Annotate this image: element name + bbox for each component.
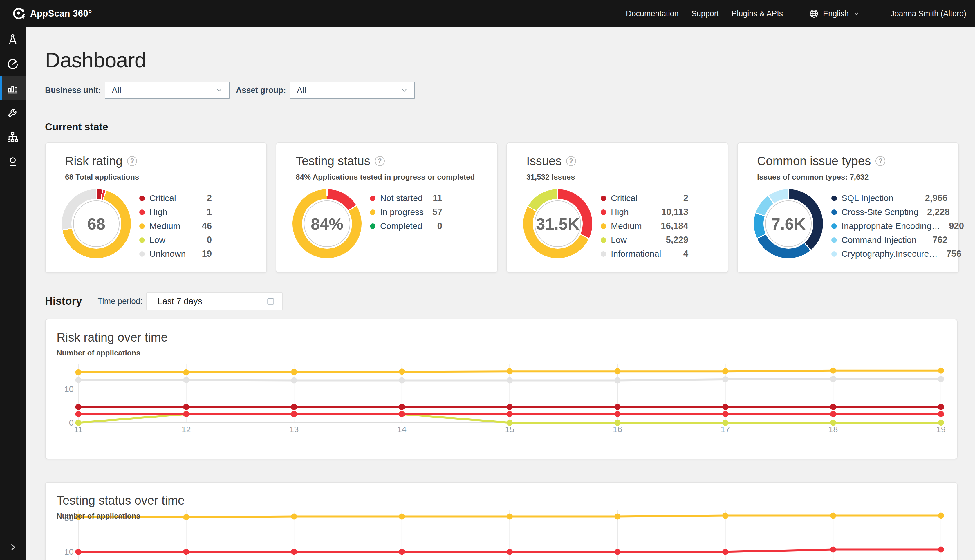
business-unit-value: All: [112, 85, 215, 95]
history-heading: History: [45, 295, 82, 307]
legend-color-dot: [139, 195, 145, 201]
legend-item: Medium16,184: [601, 219, 688, 233]
brand-name: AppScan 360°: [30, 8, 92, 19]
legend-value: 5,229: [666, 235, 688, 245]
legend-item: Critical2: [601, 191, 688, 205]
nav-documentation[interactable]: Documentation: [626, 9, 679, 18]
sidebar-item-users[interactable]: [0, 149, 25, 173]
common-issue-types-card: Common issue types? Issues of common typ…: [737, 142, 959, 273]
donut-chart: 84%: [292, 189, 362, 258]
sidebar-item-dashboard[interactable]: [0, 76, 25, 100]
donut-center-value: 31.5K: [536, 215, 579, 233]
risk-rating-over-time-card: 111213141516171819100 Risk rating over t…: [45, 319, 958, 459]
language-menu[interactable]: English: [809, 9, 860, 18]
legend-value: 2: [207, 193, 212, 203]
business-unit-label: Business unit:: [45, 86, 101, 95]
donut-legend: SQL Injection2,966Cross-Site Scripting2,…: [832, 191, 947, 261]
svg-text:18: 18: [828, 425, 838, 434]
legend-value: 2: [683, 193, 688, 203]
appscan-logo-icon: [12, 7, 25, 21]
donut-legend: Not started11In progress57Completed0: [370, 191, 442, 233]
nav-support[interactable]: Support: [692, 9, 719, 18]
help-icon[interactable]: ?: [375, 156, 385, 166]
sidebar-item-tools[interactable]: [0, 100, 25, 125]
legend-item: Inappropriate Encoding…920: [832, 219, 947, 233]
svg-text:0: 0: [69, 418, 74, 427]
sidebar-item-scans[interactable]: [0, 52, 25, 76]
page-title: Dashboard: [45, 49, 959, 70]
donut-center-value: 84%: [311, 215, 343, 233]
asset-group-value: All: [297, 85, 400, 95]
svg-text:16: 16: [613, 425, 622, 434]
legend-value: 920: [949, 221, 964, 231]
donut-center-value: 7.6K: [771, 215, 805, 233]
legend-color-dot: [601, 237, 606, 243]
svg-text:10: 10: [64, 385, 74, 394]
card-subtitle: 68 Total applications: [65, 173, 139, 182]
user-menu[interactable]: Joanna Smith (Altoro): [890, 9, 966, 18]
sidebar-expand-button[interactable]: [0, 542, 25, 552]
legend-item: Low5,229: [601, 233, 688, 247]
legend-label: Low: [611, 235, 627, 245]
legend-value: 11: [433, 193, 442, 203]
sidebar-item-asset-groups[interactable]: [0, 125, 25, 149]
legend-value: 0: [437, 221, 442, 231]
legend-color-dot: [601, 195, 606, 201]
legend-color-dot: [601, 251, 606, 257]
legend-value: 756: [946, 249, 962, 259]
legend-color-dot: [601, 210, 606, 215]
nav-plugins-apis[interactable]: Plugins & APIs: [732, 9, 783, 18]
chevron-right-icon: [8, 542, 18, 552]
legend-item: High10,113: [601, 205, 688, 219]
help-icon[interactable]: ?: [127, 156, 137, 166]
legend-color-dot: [601, 223, 606, 229]
chart-title: Testing status over time: [57, 493, 185, 507]
legend-value: 10,113: [661, 207, 688, 217]
donut-legend: Critical2High1Medium46Low0Unknown19: [139, 191, 212, 261]
chevron-down-icon: [853, 10, 860, 17]
current-state-heading: Current state: [45, 121, 959, 133]
chart-y-axis-label: Number of applications: [57, 348, 140, 357]
business-unit-select[interactable]: All: [105, 82, 230, 99]
help-icon[interactable]: ?: [566, 156, 576, 166]
legend-color-dot: [370, 210, 375, 215]
time-period-input[interactable]: Last 7 days: [146, 292, 283, 310]
help-icon[interactable]: ?: [875, 156, 885, 166]
legend-label: Critical: [150, 193, 176, 203]
legend-item: Unknown19: [139, 247, 212, 261]
legend-item: Informational4: [601, 247, 688, 261]
legend-value: 2,228: [927, 207, 950, 217]
card-title: Testing status?: [296, 154, 385, 168]
sidebar-item-applications[interactable]: [0, 27, 25, 52]
risk-rating-card: Risk rating? 68 Total applications 68 Cr…: [45, 142, 267, 273]
legend-color-dot: [139, 251, 145, 257]
legend-label: Unknown: [150, 249, 186, 259]
current-state-cards: Risk rating? 68 Total applications 68 Cr…: [45, 142, 959, 273]
legend-color-dot: [832, 251, 837, 257]
legend-item: SQL Injection2,966: [832, 191, 947, 205]
brand[interactable]: AppScan 360°: [12, 7, 92, 21]
chart-y-axis-label: Number of applications: [57, 512, 140, 520]
legend-item: Command Injection762: [832, 233, 947, 247]
legend-color-dot: [370, 195, 375, 201]
svg-text:15: 15: [505, 425, 514, 434]
legend-item: Completed0: [370, 219, 442, 233]
legend-value: 46: [202, 221, 212, 231]
legend-label: Command Injection: [842, 235, 917, 245]
asset-group-select[interactable]: All: [290, 82, 415, 99]
legend-value: 57: [432, 207, 442, 217]
legend-item: Cross-Site Scripting2,228: [832, 205, 947, 219]
appscan-dashboard-screen: AppScan 360° Documentation Support Plugi…: [0, 0, 975, 560]
card-title: Issues?: [527, 154, 576, 168]
donut-chart: 7.6K: [754, 189, 823, 258]
legend-item: Cryptography.Insecure…756: [832, 247, 947, 261]
legend-item: Medium46: [139, 219, 212, 233]
history-row: History Time period: Last 7 days: [45, 292, 959, 310]
card-title: Common issue types?: [757, 154, 885, 168]
globe-icon: [809, 9, 819, 18]
legend-label: Informational: [611, 249, 661, 259]
legend-item: Critical2: [139, 191, 212, 205]
legend-label: Medium: [150, 221, 180, 231]
legend-value: 16,184: [661, 221, 688, 231]
language-label: English: [823, 9, 849, 18]
